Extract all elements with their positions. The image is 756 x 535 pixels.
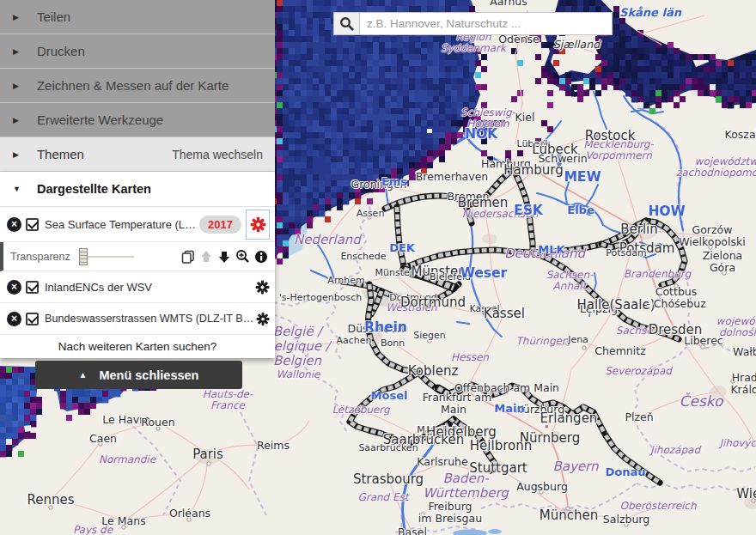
displayed-maps-panel: ▼ Dargestellte Karten × Sea Surface Temp… xyxy=(0,172,275,358)
sidebar-item-label: Teilen xyxy=(37,9,70,24)
sidebar-item-themen[interactable]: ▶ Themen Thema wechseln xyxy=(0,137,275,172)
layer-visibility-checkbox[interactable] xyxy=(26,313,39,325)
move-layer-up-icon[interactable] xyxy=(199,250,213,264)
chevron-right-icon: ▶ xyxy=(13,150,19,159)
transparency-label: Transparenz xyxy=(10,251,70,263)
chevron-up-icon: ▲ xyxy=(79,370,88,380)
sidebar-item-label: Themen xyxy=(37,147,84,161)
remove-layer-button[interactable]: × xyxy=(7,217,21,232)
sidebar-item-drucken[interactable]: ▶ Drucken xyxy=(0,34,275,69)
panel-title: Dargestellte Karten xyxy=(37,182,151,196)
sidebar-item-label: Drucken xyxy=(37,44,85,58)
gear-icon xyxy=(250,216,266,233)
sidebar-item-erweiterte-werkzeuge[interactable]: ▶ Erweiterte Werkzeuge xyxy=(0,103,275,137)
sidebar-item-label: Erweiterte Werkzeuge xyxy=(37,112,163,127)
gear-icon[interactable] xyxy=(255,280,270,295)
chevron-right-icon: ▶ xyxy=(13,82,19,90)
app-window: Region SyddanmarkSchleswig- HolsteinMeck… xyxy=(0,0,756,535)
chevron-right-icon: ▶ xyxy=(13,13,19,21)
search-more-maps-link[interactable]: Nach weiteren Karten suchen? xyxy=(0,335,275,358)
layer-info-icon[interactable] xyxy=(254,250,268,264)
transparency-slider[interactable] xyxy=(81,256,134,258)
menu-close-label: Menü schliessen xyxy=(99,368,198,382)
zoom-to-layer-icon[interactable] xyxy=(235,249,250,264)
duplicate-layer-icon[interactable] xyxy=(181,250,195,264)
thema-wechseln-link[interactable]: Thema wechseln xyxy=(172,148,275,161)
layer-visibility-checkbox[interactable] xyxy=(26,218,39,231)
displayed-maps-header[interactable]: ▼ Dargestellte Karten xyxy=(0,172,275,207)
layer-name: Bundeswasserstrassen WMTS (DLZ-IT BVBS) xyxy=(45,313,256,325)
search-input[interactable] xyxy=(359,12,613,35)
year-badge: 2017 xyxy=(199,216,241,234)
slider-thumb[interactable] xyxy=(79,248,88,265)
layer-name: Sea Surface Temperature (L3, ... xyxy=(45,218,199,231)
search-button[interactable] xyxy=(333,12,359,35)
layer-tools xyxy=(181,249,270,264)
sidebar-item-label: Zeichnen & Messen auf der Karte xyxy=(37,78,229,93)
layer-name: InlandENCs der WSV xyxy=(45,281,152,294)
layer-settings-button-active[interactable] xyxy=(246,210,270,240)
gear-icon[interactable] xyxy=(256,312,270,326)
layer-row-bundeswasserstrassen: × Bundeswasserstrassen WMTS (DLZ-IT BVBS… xyxy=(0,303,275,335)
sidebar: ▶ Teilen ▶ Drucken ▶ Zeichnen & Messen a… xyxy=(0,0,275,358)
chevron-down-icon: ▼ xyxy=(13,185,21,193)
sidebar-item-teilen[interactable]: ▶ Teilen xyxy=(0,0,275,34)
search-icon xyxy=(339,16,354,31)
remove-layer-button[interactable]: × xyxy=(7,312,21,326)
move-layer-down-icon[interactable] xyxy=(217,250,231,264)
chevron-right-icon: ▶ xyxy=(13,116,19,125)
waterway-network xyxy=(342,170,685,483)
transparency-row: Transparenz xyxy=(0,242,275,271)
layer-row-sea-surface-temperature: × Sea Surface Temperature (L3, ... 2017 xyxy=(0,207,275,242)
remove-layer-button[interactable]: × xyxy=(7,280,21,295)
layer-visibility-checkbox[interactable] xyxy=(26,281,39,294)
layer-row-inlandencs: × InlandENCs der WSV xyxy=(0,271,275,303)
menu-close-button[interactable]: ▲ Menü schliessen xyxy=(35,361,242,389)
sidebar-item-zeichnen-messen[interactable]: ▶ Zeichnen & Messen auf der Karte xyxy=(0,69,275,103)
search-bar xyxy=(333,12,613,35)
chevron-right-icon: ▶ xyxy=(13,47,19,56)
